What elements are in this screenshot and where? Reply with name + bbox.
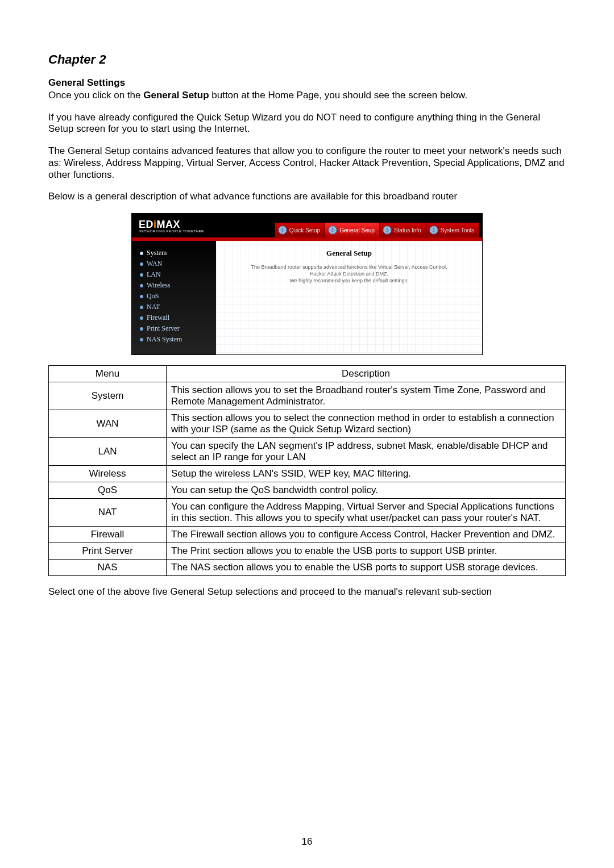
intro-paragraph-4: Below is a general description of what a… [48, 191, 566, 203]
table-row: LANYou can specify the LAN segment's IP … [49, 438, 566, 466]
cell-desc: You can specify the LAN segment's IP add… [167, 438, 566, 466]
text: Once you click on the [48, 90, 143, 101]
bullet-icon [140, 273, 143, 277]
logo-text: MAX [157, 219, 181, 230]
cell-menu: QoS [49, 482, 167, 499]
bullet-icon [140, 252, 143, 255]
sidebar-item-lan[interactable]: LAN [140, 270, 216, 279]
logo-text: ED [139, 219, 154, 230]
content-line: The Broadband router supports advanced f… [227, 264, 471, 270]
tab-label: General Seup [339, 227, 375, 233]
bullet-icon [140, 262, 143, 266]
table-row: FirewallThe Firewall section allows you … [49, 527, 566, 543]
sidebar-label: System [147, 249, 167, 257]
content-heading: General Setup [227, 249, 471, 258]
sidebar-item-nat[interactable]: NAT [140, 303, 216, 311]
tab-general-setup[interactable]: General Seup [325, 223, 379, 237]
sidebar-label: QoS [147, 292, 159, 301]
section-heading: General Settings [48, 77, 566, 89]
sidebar-item-nas-system[interactable]: NAS System [140, 335, 216, 344]
edimax-logo: EDiMAX NETWORKING PEOPLE TOGETHER [132, 219, 215, 233]
table-row: SystemThis section allows you to set the… [49, 382, 566, 410]
cell-menu: Firewall [49, 527, 167, 543]
globe-icon [429, 225, 439, 235]
tab-system-tools[interactable]: System Tools [426, 223, 479, 237]
cell-menu: NAT [49, 499, 167, 527]
sidebar-item-system[interactable]: System [140, 249, 216, 257]
sidebar-item-qos[interactable]: QoS [140, 292, 216, 301]
cell-menu: NAS [49, 560, 167, 576]
bullet-icon [140, 327, 143, 331]
tab-label: Status Info [394, 227, 421, 233]
tab-quick-setup[interactable]: Quick Setup [275, 223, 325, 237]
cell-desc: The Firewall section allows you to confi… [167, 527, 566, 543]
menu-description-table: Menu Description SystemThis section allo… [48, 365, 566, 576]
tab-label: Quick Setup [289, 227, 320, 233]
table-row: WANThis section allows you to select the… [49, 410, 566, 438]
cell-desc: You can setup the QoS bandwidth control … [167, 482, 566, 499]
intro-paragraph-2: If you have already configured the Quick… [48, 112, 566, 135]
chapter-title: Chapter 2 [48, 52, 566, 67]
intro-paragraph-3: The General Setup contains advanced feat… [48, 145, 566, 181]
router-admin-screenshot: EDiMAX NETWORKING PEOPLE TOGETHER Quick … [131, 213, 483, 355]
top-nav-tabs: Quick Setup General Seup Status Info Sys… [215, 214, 482, 237]
globe-icon [327, 225, 338, 235]
bullet-icon [140, 295, 143, 298]
cell-desc: This section allows you to set the Broad… [167, 382, 566, 410]
tab-status-info[interactable]: Status Info [379, 223, 426, 237]
sidebar-item-firewall[interactable]: Firewall [140, 314, 216, 322]
sidebar-item-wireless[interactable]: Wireless [140, 281, 216, 290]
cell-menu: WAN [49, 410, 167, 438]
sidebar-label: Firewall [147, 314, 169, 322]
logo-tagline: NETWORKING PEOPLE TOGETHER [139, 229, 215, 233]
sidebar-label: NAS System [147, 335, 182, 344]
globe-icon [277, 225, 288, 235]
table-header-description: Description [167, 366, 566, 382]
sidebar-label: Print Server [147, 324, 180, 333]
bullet-icon [140, 338, 143, 341]
sidebar-label: LAN [147, 270, 161, 279]
content-line: Hacker Attack Detection and DMZ. [227, 270, 471, 277]
cell-desc: This section allows you to select the co… [167, 410, 566, 438]
text-bold: General Setup [143, 90, 209, 101]
table-row: NASThe NAS section allows you to enable … [49, 560, 566, 576]
table-row: Print ServerThe Print section allows you… [49, 543, 566, 560]
screenshot-content: General Setup The Broadband router suppo… [216, 241, 482, 354]
table-row: QoSYou can setup the QoS bandwidth contr… [49, 482, 566, 499]
bullet-icon [140, 306, 143, 309]
sidebar-label: NAT [147, 303, 160, 311]
sidebar-label: Wireless [147, 281, 171, 290]
globe-icon [382, 225, 392, 235]
sidebar-item-print-server[interactable]: Print Server [140, 324, 216, 333]
cell-desc: Setup the wireless LAN's SSID, WEP key, … [167, 466, 566, 482]
cell-menu: Print Server [49, 543, 167, 560]
cell-menu: Wireless [49, 466, 167, 482]
cell-desc: The Print section allows you to enable t… [167, 543, 566, 560]
table-header-menu: Menu [49, 366, 167, 382]
text: button at the Home Page, you should see … [209, 90, 468, 101]
table-row: NATYou can configure the Address Mapping… [49, 499, 566, 527]
table-row: WirelessSetup the wireless LAN's SSID, W… [49, 466, 566, 482]
sidebar-item-wan[interactable]: WAN [140, 260, 216, 268]
bullet-icon [140, 284, 143, 287]
bullet-icon [140, 316, 143, 320]
cell-desc: The NAS section allows you to enable the… [167, 560, 566, 576]
closing-paragraph: Select one of the above five General Set… [48, 586, 566, 598]
intro-paragraph-1: Once you click on the General Setup butt… [48, 90, 566, 102]
page-number: 16 [0, 836, 614, 848]
cell-menu: System [49, 382, 167, 410]
tab-label: System Tools [441, 227, 474, 233]
screenshot-header: EDiMAX NETWORKING PEOPLE TOGETHER Quick … [132, 214, 482, 237]
screenshot-sidebar: System WAN LAN Wireless QoS NAT Firewall… [132, 241, 216, 354]
sidebar-label: WAN [147, 260, 162, 268]
content-line: We highly recommend you keep the default… [227, 277, 471, 284]
cell-desc: You can configure the Address Mapping, V… [167, 499, 566, 527]
cell-menu: LAN [49, 438, 167, 466]
